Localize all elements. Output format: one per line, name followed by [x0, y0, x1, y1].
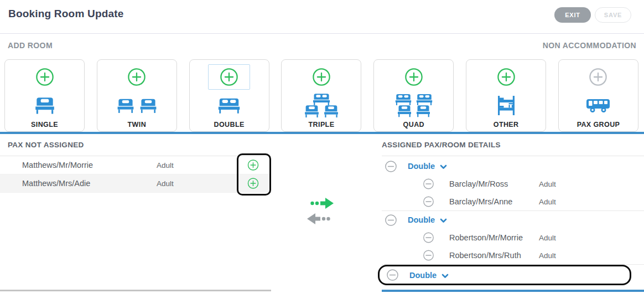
pax-row[interactable]: Matthews/Mr/Morrie Adult [0, 156, 271, 174]
remove-pax-minus-icon[interactable] [423, 178, 434, 190]
assigned-pax-panel: ASSIGNED PAX/ROOM DETAILS Double Barclay… [382, 134, 644, 293]
room-group: Double [382, 265, 644, 285]
room-group-row[interactable]: Double [378, 265, 631, 285]
room-group-name: Double [408, 162, 435, 171]
non-accommodation-label[interactable]: NON ACCOMMODATION [543, 41, 636, 50]
pax-type: Adult [157, 161, 174, 169]
remove-room-minus-icon[interactable] [385, 160, 397, 173]
pax-not-assigned-header: PAX NOT ASSIGNED [0, 134, 271, 156]
assigned-pax-type: Adult [539, 234, 556, 242]
room-group-row[interactable]: Double [382, 211, 644, 229]
room-card-triple[interactable]: TRIPLE [281, 59, 361, 132]
triple-beds-icon [303, 91, 340, 120]
chevron-down-icon[interactable] [440, 165, 447, 169]
double-bed-icon [216, 91, 242, 120]
exit-button[interactable]: EXIT [554, 7, 591, 23]
pax-type: Adult [157, 179, 174, 188]
add-room-section: ADD ROOM NON ACCOMMODATION SINGLE TWIN D… [0, 34, 644, 134]
room-card-twin[interactable]: TWIN [97, 59, 177, 132]
assigned-pax-row[interactable]: Robertson/Mr/Morrie Adult [382, 229, 644, 246]
assigned-pax-row[interactable]: Barclay/Mr/Ross Adult [382, 175, 644, 193]
remove-room-minus-icon[interactable] [385, 214, 397, 227]
assigned-pax-row[interactable]: Robertson/Mrs/Ruth Adult [382, 246, 644, 264]
room-group-name: Double [408, 215, 435, 224]
header-buttons: EXIT SAVE [554, 7, 631, 23]
add-room-plus-icon[interactable] [127, 68, 146, 86]
assigned-pax-name: Robertson/Mrs/Ruth [449, 251, 521, 260]
transfer-arrows [305, 196, 335, 226]
assigned-groups: Double Barclay/Mr/Ross Adult Barclay/Mrs… [382, 156, 644, 285]
remove-pax-minus-icon[interactable] [423, 196, 434, 208]
pax-not-assigned-list: Matthews/Mr/Morrie Adult Matthews/Mrs/Ad… [0, 156, 271, 193]
twin-beds-icon [116, 91, 158, 120]
right-panel-bottom-divider [382, 290, 644, 292]
pax-name: Matthews/Mr/Morrie [22, 161, 93, 169]
assigned-pax-type: Adult [539, 198, 556, 206]
room-card-double[interactable]: DOUBLE [189, 59, 269, 132]
assigned-pax-type: Adult [539, 180, 556, 188]
room-group-name: Double [409, 271, 437, 280]
quad-beds-icon [394, 91, 434, 120]
room-group: Double Barclay/Mr/Ross Adult Barclay/Mrs… [382, 157, 644, 211]
assign-arrow-right-icon[interactable] [310, 196, 335, 210]
room-card-other[interactable]: OTHER [466, 59, 546, 132]
chevron-down-icon[interactable] [440, 218, 447, 223]
add-room-plus-icon[interactable] [404, 68, 423, 86]
pax-name: Matthews/Mrs/Adie [22, 179, 90, 188]
bunk-bed-icon [496, 91, 516, 120]
pax-not-assigned-panel: PAX NOT ASSIGNED Matthews/Mr/Morrie Adul… [0, 134, 271, 293]
add-room-plus-icon[interactable] [497, 68, 516, 86]
unassign-arrow-left-icon[interactable] [305, 212, 335, 226]
assigned-pax-row[interactable]: Barclay/Mrs/Anne Adult [382, 193, 644, 210]
bus-icon [585, 91, 611, 120]
room-card-label: PAX GROUP [577, 121, 620, 128]
room-card-quad[interactable]: QUAD [373, 59, 454, 132]
add-room-plus-icon[interactable] [312, 68, 331, 86]
add-room-plus-icon[interactable] [220, 68, 238, 86]
assign-pax-plus-icon[interactable] [247, 178, 259, 189]
page-title: Booking Room Update [8, 8, 124, 20]
remove-pax-minus-icon[interactable] [423, 232, 434, 244]
page-header: Booking Room Update EXIT SAVE [0, 0, 644, 34]
pax-row[interactable]: Matthews/Mrs/Adie Adult [0, 174, 271, 193]
chevron-down-icon[interactable] [442, 274, 449, 279]
room-card-single[interactable]: SINGLE [4, 59, 85, 132]
room-card-label: QUAD [403, 121, 424, 128]
add-room-plus-icon[interactable] [35, 68, 54, 86]
add-room-plus-icon[interactable] [589, 68, 607, 86]
room-cards-row: SINGLE TWIN DOUBLE TRIPLE QUAD OTHER PAX… [4, 59, 638, 132]
room-card-label: TRIPLE [309, 121, 335, 128]
room-group-row[interactable]: Double [382, 157, 644, 175]
save-button[interactable]: SAVE [595, 7, 631, 23]
assign-pax-plus-icon[interactable] [247, 160, 259, 171]
add-room-label: ADD ROOM [8, 41, 53, 50]
left-panel-bottom-divider [0, 290, 271, 291]
room-group: Double Robertson/Mr/Morrie Adult Roberts… [382, 211, 644, 265]
assigned-pax-name: Barclay/Mrs/Anne [449, 197, 512, 206]
room-card-label: DOUBLE [214, 121, 245, 128]
remove-pax-minus-icon[interactable] [423, 250, 434, 261]
remove-room-minus-icon[interactable] [386, 269, 399, 281]
single-bed-icon [33, 91, 56, 120]
room-card-label: OTHER [494, 121, 519, 128]
room-card-pax-group[interactable]: PAX GROUP [558, 59, 638, 132]
assigned-pax-name: Barclay/Mr/Ross [449, 179, 508, 188]
room-card-label: SINGLE [31, 121, 58, 128]
room-card-label: TWIN [128, 121, 147, 128]
assigned-pax-type: Adult [539, 251, 556, 260]
assigned-pax-name: Robertson/Mr/Morrie [449, 233, 523, 242]
assigned-pax-header: ASSIGNED PAX/ROOM DETAILS [382, 134, 644, 156]
